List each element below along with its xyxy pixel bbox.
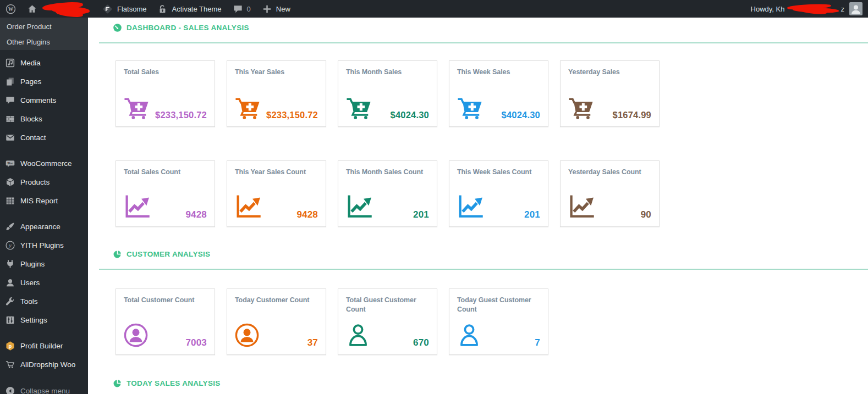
chart-line-icon: [235, 195, 262, 219]
sidebar-item-plugins[interactable]: Plugins: [0, 254, 88, 273]
sidebar-item-collapse-menu[interactable]: Collapse menu: [0, 381, 88, 394]
plus-icon: [262, 4, 272, 14]
sidebar-item-label: Users: [20, 279, 40, 287]
card-this-week-sales-count: This Week Sales Count 201: [449, 160, 548, 227]
section-divider: [99, 42, 868, 43]
card-value: 9428: [185, 210, 207, 219]
card-title: Total Sales Count: [124, 168, 207, 177]
sidebar-item-label: AliDropship Woo: [20, 360, 75, 369]
site-name-redaction-scribble: [42, 2, 91, 16]
sidebar-item-profit-builder[interactable]: Profit Builder: [0, 336, 88, 355]
sidebar-item-users[interactable]: Users: [0, 273, 88, 292]
flatsome-icon: [102, 3, 113, 15]
card-value: 9428: [296, 210, 318, 219]
sidebar-item-pages[interactable]: Pages: [0, 72, 88, 91]
sidebar-item-yith-plugins[interactable]: YITH Plugins: [0, 236, 88, 254]
appearance-brush-icon: [5, 221, 15, 232]
pages-icon: [5, 76, 15, 87]
section-heading-today-sales-analysis: TODAY SALES ANALYSIS: [113, 379, 868, 388]
avatar: [849, 2, 862, 15]
admin-sidebar: Order Product Other Plugins Media Pages …: [0, 18, 88, 394]
section-title: DASHBOARD - SALES ANALYSIS: [127, 24, 249, 32]
sidebar-item-label: Plugins: [20, 260, 45, 268]
sidebar-item-label: Tools: [20, 297, 38, 306]
chart-line-icon: [568, 195, 596, 219]
card-total-guest-customer-count: Total Guest Customer Count 670: [338, 288, 437, 355]
card-yesterday-sales-count: Yesterday Sales Count 90: [560, 160, 660, 227]
sidebar-item-label: Profit Builder: [20, 342, 63, 350]
card-this-month-sales-count: This Month Sales Count 201: [338, 160, 437, 227]
blocks-icon: [5, 114, 15, 124]
card-title: Today Guest Customer Count: [457, 296, 540, 314]
sidebar-item-contact[interactable]: Contact: [0, 128, 88, 147]
sidebar-item-label: Comments: [20, 96, 56, 104]
sidebar-item-appearance[interactable]: Appearance: [0, 217, 88, 236]
sidebar-item-label: Blocks: [20, 115, 42, 123]
home-icon: [27, 4, 37, 14]
card-value: $1674.99: [613, 110, 651, 120]
settings-sliders-icon: [5, 315, 15, 325]
sidebar-item-label: Media: [20, 59, 41, 67]
person-outline-icon: [457, 323, 481, 347]
tools-wrench-icon: [5, 296, 15, 307]
yith-icon: [5, 240, 15, 251]
unlock-icon: [157, 4, 168, 14]
contact-envelope-icon: [5, 132, 15, 143]
sidebar-item-mis-report[interactable]: MIS Report: [0, 191, 88, 210]
dashboard-content: DASHBOARD - SALES ANALYSIS Total Sales $…: [88, 18, 868, 394]
card-value: $4024.30: [502, 110, 540, 120]
wordpress-logo-menu[interactable]: [0, 0, 21, 18]
sidebar-item-alidropship-woo[interactable]: AliDropship Woo: [0, 355, 88, 374]
sidebar-item-media[interactable]: Media: [0, 53, 88, 72]
comment-count: 0: [247, 5, 251, 13]
site-name-menu[interactable]: [21, 0, 96, 18]
section-title: TODAY SALES ANALYSIS: [127, 379, 221, 387]
sidebar-item-label: WooCommerce: [20, 159, 72, 168]
sidebar-subitem-other-plugins[interactable]: Other Plugins: [0, 34, 88, 49]
sidebar-item-products[interactable]: Products: [0, 173, 88, 191]
pie-chart-icon: [113, 379, 122, 388]
cart-plus-icon: [124, 96, 149, 119]
cart-plus-icon: [346, 96, 371, 119]
howdy-text-suffix: z: [841, 5, 845, 13]
profit-builder-hexagon-icon: [5, 341, 15, 351]
alidropship-cart-icon: [5, 359, 15, 370]
card-title: This Month Sales: [346, 68, 429, 77]
sidebar-item-label: Appearance: [20, 223, 61, 231]
chart-line-icon: [346, 195, 373, 219]
card-title: Total Customer Count: [124, 296, 207, 305]
card-this-year-sales-count: This Year Sales Count 9428: [227, 160, 326, 227]
card-value: $4024.30: [391, 110, 429, 120]
card-this-week-sales: This Week Sales $4024.30: [449, 60, 548, 127]
new-content-menu[interactable]: New: [256, 0, 296, 18]
section-heading-dashboard-sales-analysis: DASHBOARD - SALES ANALYSIS: [113, 23, 868, 32]
howdy-text: Howdy, Kh: [751, 5, 785, 13]
sidebar-item-tools[interactable]: Tools: [0, 292, 88, 310]
activate-theme-label: Activate Theme: [172, 5, 221, 13]
card-total-sales: Total Sales $233,150.72: [116, 60, 215, 127]
card-this-year-sales: This Year Sales $233,150.72: [227, 60, 326, 127]
pie-chart-icon: [113, 249, 122, 259]
chart-line-icon: [124, 195, 151, 219]
sidebar-item-settings[interactable]: Settings: [0, 310, 88, 329]
username-redaction-scribble: [787, 4, 839, 14]
sidebar-item-label: Pages: [20, 77, 41, 86]
flatsome-menu[interactable]: Flatsome: [96, 0, 152, 18]
card-title: This Year Sales Count: [235, 168, 318, 177]
sales-cards-row: Total Sales $233,150.72 This Year Sales …: [116, 60, 868, 127]
card-value: 670: [413, 338, 429, 347]
howdy-account-menu[interactable]: Howdy, Kh z: [745, 0, 868, 18]
activate-theme-menu[interactable]: Activate Theme: [152, 0, 227, 18]
admin-bar: Flatsome Activate Theme 0 New Howdy, Kh …: [0, 0, 868, 18]
person-circle-icon: [124, 323, 148, 347]
sidebar-item-woocommerce[interactable]: WooCommerce: [0, 154, 88, 173]
sidebar-item-comments[interactable]: Comments: [0, 91, 88, 109]
card-value: 37: [307, 338, 318, 347]
sidebar-item-blocks[interactable]: Blocks: [0, 109, 88, 128]
comments-menu[interactable]: 0: [227, 0, 256, 18]
flatsome-label: Flatsome: [117, 5, 146, 13]
card-value: $233,150.72: [266, 110, 318, 120]
sidebar-subitem-order-product[interactable]: Order Product: [0, 19, 88, 34]
card-title: Today Customer Count: [235, 296, 318, 305]
section-title: CUSTOMER ANALYSIS: [127, 250, 210, 258]
